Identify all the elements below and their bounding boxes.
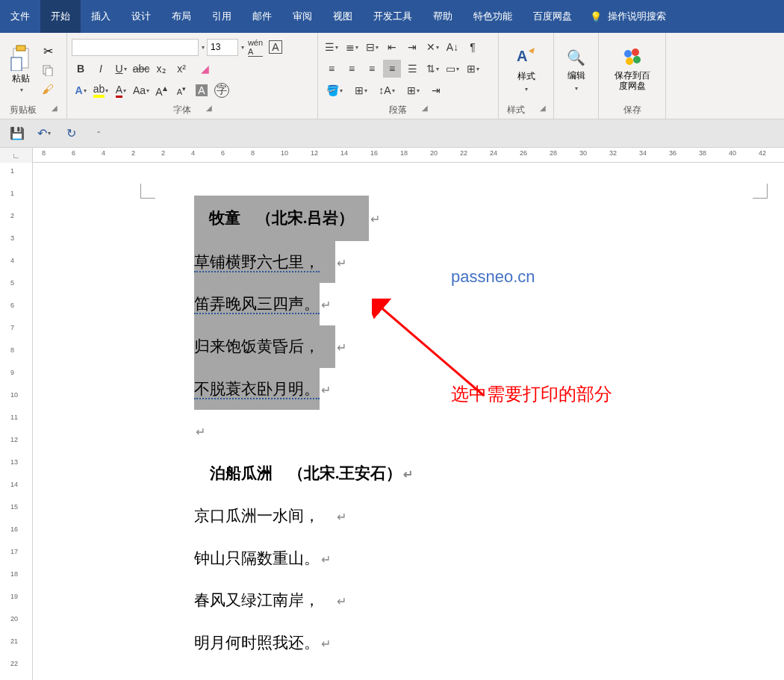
copy-icon bbox=[42, 64, 54, 76]
brush-icon: 🖌 bbox=[42, 83, 54, 96]
menu-home[interactable]: 开始 bbox=[40, 0, 81, 33]
undo-button[interactable]: ↶▾ bbox=[36, 125, 52, 142]
horizontal-ruler[interactable]: 8642246810121416182022242628303234363840… bbox=[33, 148, 784, 163]
svg-point-6 bbox=[624, 50, 632, 57]
styles-button[interactable]: A 样式 ▾ bbox=[508, 42, 545, 96]
multilevel-button[interactable]: ⊟▾ bbox=[363, 38, 381, 56]
italic-button[interactable]: I bbox=[92, 60, 110, 78]
increase-indent-button[interactable]: ⇥ bbox=[403, 38, 421, 56]
enclose-char-button[interactable]: 字 bbox=[213, 81, 231, 99]
baidu-cloud-icon bbox=[622, 46, 643, 67]
fill-button[interactable]: 🪣▾ bbox=[323, 81, 346, 99]
save-icon: 💾 bbox=[10, 126, 25, 140]
font-size-combo[interactable]: 13 bbox=[207, 39, 238, 56]
clipboard-launcher[interactable]: ◢ bbox=[52, 104, 57, 116]
undo-icon: ↶ bbox=[37, 126, 47, 140]
asian-layout-button[interactable]: ✕▾ bbox=[423, 38, 441, 56]
menu-design[interactable]: 设计 bbox=[121, 0, 161, 33]
ruler-tick: 11 bbox=[10, 414, 18, 421]
shading-button[interactable]: ▭▾ bbox=[444, 60, 461, 78]
menu-help[interactable]: 帮助 bbox=[423, 0, 463, 33]
editing-button[interactable]: 🔍 编辑 ▾ bbox=[559, 46, 593, 95]
menu-view[interactable]: 视图 bbox=[323, 0, 363, 33]
para-mark-icon: ↵ bbox=[321, 299, 331, 311]
vertical-ruler[interactable]: 112345678910111213141516171819202122 bbox=[0, 163, 33, 680]
bullets-button[interactable]: ☰▾ bbox=[323, 38, 340, 56]
ruler-tick: 1 bbox=[10, 167, 14, 175]
para-mark-icon: ↵ bbox=[370, 213, 380, 225]
search-placeholder: 操作说明搜索 bbox=[608, 10, 666, 23]
ruler-tick: 12 bbox=[10, 436, 18, 443]
tabs-button[interactable]: ⇥ bbox=[427, 81, 445, 99]
align-center-button[interactable]: ≡ bbox=[343, 60, 361, 78]
line-spacing-button[interactable]: ⇅▾ bbox=[423, 60, 441, 78]
decrease-indent-button[interactable]: ⇤ bbox=[383, 38, 401, 56]
ruler-tick: 20 bbox=[10, 615, 18, 623]
eraser-button[interactable]: ◢ bbox=[193, 60, 217, 78]
text-effects-button[interactable]: A▾ bbox=[72, 81, 90, 99]
styles-launcher[interactable]: ◢ bbox=[540, 104, 546, 116]
editor-area: 112345678910111213141516171819202122 牧童 … bbox=[0, 163, 784, 680]
document-page[interactable]: 牧童 （北宋.吕岩）↵ 草铺横野六七里， ↵ 笛弄晚风三四声。↵ 归来饱饭黄昏后… bbox=[33, 163, 784, 680]
font-launcher[interactable]: ◢ bbox=[206, 104, 212, 116]
menu-baidu[interactable]: 百度网盘 bbox=[523, 0, 582, 33]
show-marks-button[interactable]: ¶ bbox=[464, 38, 482, 56]
format-painter-button[interactable]: 🖌 bbox=[40, 82, 55, 97]
align-left-button[interactable]: ≡ bbox=[323, 60, 340, 78]
font-name-combo[interactable] bbox=[72, 39, 199, 56]
chevron-down-icon: ⁼ bbox=[97, 130, 100, 137]
cut-button[interactable]: ✂ bbox=[40, 43, 55, 58]
svg-rect-2 bbox=[11, 57, 22, 71]
subscript-button[interactable]: x₂ bbox=[152, 60, 170, 78]
menu-insert[interactable]: 插入 bbox=[81, 0, 121, 33]
shrink-font-button[interactable]: A▾ bbox=[172, 81, 190, 99]
bold-button[interactable]: B bbox=[72, 60, 90, 78]
tell-me-search[interactable]: 💡 操作说明搜索 bbox=[590, 0, 666, 33]
character-border-button[interactable]: A bbox=[267, 38, 284, 56]
borders-button[interactable]: ⊞▾ bbox=[464, 60, 482, 78]
ribbon-label-styles: 样式 bbox=[507, 104, 525, 116]
menu-review[interactable]: 审阅 bbox=[282, 0, 323, 33]
redo-button[interactable]: ↻ bbox=[63, 125, 79, 142]
menu-references[interactable]: 引用 bbox=[202, 0, 242, 33]
asian-icon: ✕ bbox=[426, 41, 435, 53]
numbering-button[interactable]: ≣▾ bbox=[343, 38, 361, 56]
strikethrough-button[interactable]: abc bbox=[132, 60, 150, 78]
justify-button[interactable]: ≡ bbox=[383, 60, 401, 78]
menu-features[interactable]: 特色功能 bbox=[463, 0, 523, 33]
save-baidu-button[interactable]: 保存到百度网盘 bbox=[603, 43, 661, 95]
font-color-button[interactable]: A▾ bbox=[112, 81, 130, 99]
poem1-line-1: 草铺横野六七里， bbox=[194, 253, 320, 272]
underline-button[interactable]: U▾ bbox=[112, 60, 130, 78]
menu-layout[interactable]: 布局 bbox=[161, 0, 202, 33]
paragraph-launcher[interactable]: ◢ bbox=[422, 104, 428, 116]
chevron-down-icon[interactable]: ▾ bbox=[241, 44, 244, 51]
menu-file[interactable]: 文件 bbox=[0, 0, 40, 33]
qat-customize[interactable]: ⁼ bbox=[90, 125, 106, 142]
sort-button[interactable]: A↓ bbox=[444, 38, 461, 56]
grow-font-button[interactable]: A▴ bbox=[152, 81, 170, 99]
distributed-button[interactable]: ☰ bbox=[403, 60, 421, 78]
menu-mailings[interactable]: 邮件 bbox=[242, 0, 282, 33]
poem1-title: 牧童 （北宋.吕岩） bbox=[209, 209, 354, 227]
highlight-button[interactable]: ab▾ bbox=[92, 81, 110, 99]
copy-button[interactable] bbox=[40, 63, 55, 78]
text-direction-button[interactable]: ↕A▾ bbox=[375, 81, 399, 99]
paste-button[interactable]: 粘贴 ▾ bbox=[4, 44, 37, 93]
char-shading-button[interactable]: A bbox=[193, 81, 211, 99]
ruler-tick: 34 bbox=[639, 149, 647, 157]
pilcrow-icon: ¶ bbox=[470, 41, 476, 53]
phonetic-guide-button[interactable]: wénA bbox=[246, 38, 264, 56]
change-case-button[interactable]: Aa▾ bbox=[132, 81, 150, 99]
chevron-down-icon[interactable]: ▾ bbox=[202, 44, 205, 51]
table-borders-button[interactable]: ⊞▾ bbox=[349, 81, 373, 99]
align-right-button[interactable]: ≡ bbox=[363, 60, 381, 78]
ribbon-label-paragraph: 段落 bbox=[389, 104, 407, 116]
svg-point-9 bbox=[626, 57, 633, 65]
snap-grid-button[interactable]: ⊞▾ bbox=[401, 81, 425, 99]
grid-icon: ⊞ bbox=[407, 84, 416, 96]
menu-developer[interactable]: 开发工具 bbox=[363, 0, 423, 33]
document-content[interactable]: 牧童 （北宋.吕岩）↵ 草铺横野六七里， ↵ 笛弄晚风三四声。↵ 归来饱饭黄昏后… bbox=[194, 196, 582, 664]
superscript-button[interactable]: x² bbox=[172, 60, 190, 78]
save-button[interactable]: 💾 bbox=[9, 125, 25, 142]
